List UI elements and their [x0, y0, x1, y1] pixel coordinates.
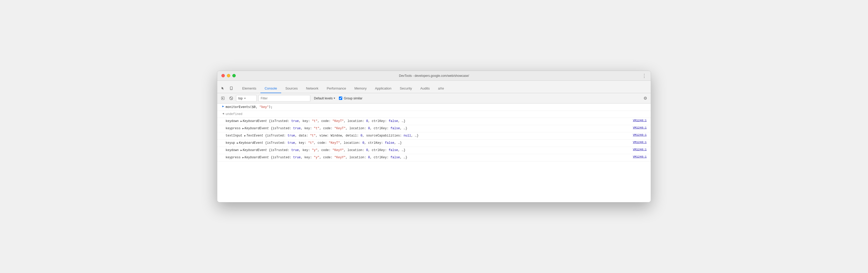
- console-row-keyup-t[interactable]: keyup ▶KeyboardEvent {isTrusted: true, k…: [217, 140, 651, 147]
- console-toolbar: top ▾ Default levels ▾ Group similar ⚙: [217, 93, 651, 104]
- tab-console[interactable]: Console: [260, 84, 281, 93]
- tab-audits[interactable]: Audits: [416, 84, 434, 93]
- cursor-icon-btn[interactable]: [219, 84, 227, 92]
- svg-line-4: [230, 97, 232, 99]
- title-bar: DevTools - developers.google.com/web/sho…: [217, 71, 651, 81]
- row-source-8[interactable]: VM1240:1: [631, 155, 651, 161]
- execute-icon-btn[interactable]: [219, 95, 226, 102]
- maximize-button[interactable]: [232, 74, 236, 77]
- console-row-textinput-t[interactable]: textInput ▶TextEvent {isTrusted: true, d…: [217, 132, 651, 140]
- row-gutter-prompt: ▶: [217, 104, 225, 110]
- context-arrow-icon: ▾: [244, 97, 246, 100]
- minimize-button[interactable]: [227, 74, 230, 77]
- row-source-7[interactable]: VM1240:1: [631, 147, 651, 153]
- row-gutter-7: [217, 147, 225, 153]
- row-source-3[interactable]: VM1240:1: [631, 118, 651, 124]
- console-row-keypress-t[interactable]: keypress ▶KeyboardEvent {isTrusted: true…: [217, 125, 651, 132]
- row-source-empty: [645, 104, 651, 110]
- prompt-arrow-icon: ▶: [222, 105, 224, 108]
- tab-sources[interactable]: Sources: [281, 84, 302, 93]
- svg-rect-1: [231, 89, 232, 90]
- console-row-undefined: ◀ undefined: [217, 111, 651, 118]
- traffic-lights: [221, 74, 236, 77]
- tab-axe[interactable]: aXe: [434, 84, 448, 93]
- window-title: DevTools - developers.google.com/web/sho…: [399, 74, 469, 78]
- context-selector[interactable]: top ▾: [236, 95, 257, 102]
- levels-arrow-icon: ▾: [334, 97, 335, 100]
- tab-memory[interactable]: Memory: [350, 84, 371, 93]
- row-content-keydown-t: keydown ▶KeyboardEvent {isTrusted: true,…: [225, 118, 631, 124]
- row-gutter-back: ◀: [217, 111, 225, 117]
- row-content-keypress-t: keypress ▶KeyboardEvent {isTrusted: true…: [225, 126, 631, 132]
- console-row-command: ▶ monitorEvents($0, "key");: [217, 104, 651, 111]
- toolbar-icons: [219, 84, 235, 93]
- row-source-4[interactable]: VM1240:1: [631, 126, 651, 132]
- mobile-icon-btn[interactable]: [228, 84, 235, 92]
- row-source-undefined: [645, 111, 651, 117]
- group-similar-label[interactable]: Group similar: [344, 97, 362, 100]
- levels-selector[interactable]: Default levels ▾: [312, 95, 337, 102]
- row-content-command: monitorEvents($0, "key");: [225, 104, 645, 110]
- row-gutter-6: [217, 140, 225, 146]
- row-content-undefined: undefined: [225, 111, 645, 117]
- row-gutter-4: [217, 126, 225, 132]
- filter-input[interactable]: [258, 95, 310, 102]
- back-arrow-icon: ◀: [222, 112, 224, 115]
- group-similar-checkbox[interactable]: [339, 97, 342, 100]
- tab-elements[interactable]: Elements: [238, 84, 260, 93]
- console-row-keydown-y[interactable]: keydown ▶KeyboardEvent {isTrusted: true,…: [217, 147, 651, 154]
- group-similar-group: Group similar: [339, 97, 362, 100]
- row-gutter-8: [217, 155, 225, 161]
- devtools-window: DevTools - developers.google.com/web/sho…: [217, 71, 651, 202]
- row-source-5[interactable]: VM1240:1: [631, 133, 651, 139]
- row-gutter-5: [217, 133, 225, 139]
- tab-bar: Elements Console Sources Network Perform…: [217, 81, 651, 93]
- console-output[interactable]: ▶ monitorEvents($0, "key"); ◀ undefined …: [217, 104, 651, 202]
- clear-icon-btn[interactable]: [228, 95, 235, 102]
- row-content-keypress-y: keypress ▶KeyboardEvent {isTrusted: true…: [225, 155, 631, 161]
- tab-security[interactable]: Security: [396, 84, 416, 93]
- row-content-keyup-t: keyup ▶KeyboardEvent {isTrusted: true, k…: [225, 140, 631, 146]
- console-row-keypress-y[interactable]: keypress ▶KeyboardEvent {isTrusted: true…: [217, 154, 651, 162]
- console-row-keydown-t[interactable]: keydown ▶KeyboardEvent {isTrusted: true,…: [217, 118, 651, 125]
- tab-application[interactable]: Application: [371, 84, 396, 93]
- row-source-6[interactable]: VM1240:1: [631, 140, 651, 146]
- close-button[interactable]: [221, 74, 225, 77]
- more-button[interactable]: ⋮: [642, 73, 647, 79]
- row-content-textinput-t: textInput ▶TextEvent {isTrusted: true, d…: [225, 133, 631, 139]
- row-content-keydown-y: keydown ▶KeyboardEvent {isTrusted: true,…: [225, 147, 631, 153]
- settings-icon-btn[interactable]: ⚙: [642, 95, 649, 102]
- tab-performance[interactable]: Performance: [322, 84, 350, 93]
- row-gutter-3: [217, 118, 225, 124]
- tab-network[interactable]: Network: [302, 84, 323, 93]
